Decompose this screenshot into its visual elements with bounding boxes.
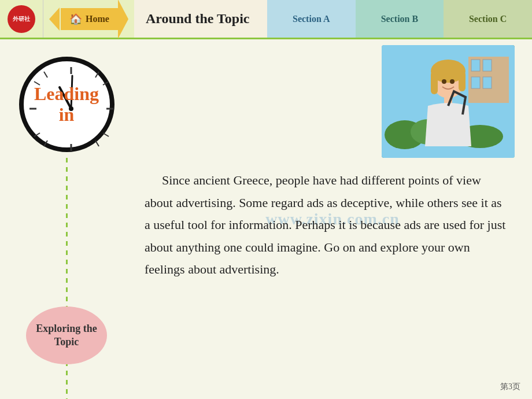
tab-a-label: Section A <box>293 14 330 24</box>
photo-svg <box>382 45 515 158</box>
main-text: Since ancient Greece, people have had di… <box>145 169 509 281</box>
clock: Leading in <box>19 57 114 152</box>
home-arrow-right-icon <box>118 0 128 39</box>
page-number: 第3页 <box>500 382 520 392</box>
clock-text: Leading in <box>34 84 99 124</box>
svg-line-4 <box>95 72 99 77</box>
svg-rect-20 <box>483 77 492 88</box>
tab-c-label: Section C <box>469 14 507 24</box>
home-nav: 🏠 Home <box>43 0 134 38</box>
nav-title: Around the Topic <box>134 0 267 38</box>
svg-line-6 <box>103 133 109 136</box>
home-arrow-left-icon <box>49 8 60 31</box>
exploring-bubble[interactable]: Exploring the Topic <box>26 306 107 364</box>
tab-section-b[interactable]: Section B <box>356 0 444 38</box>
header: 外研社 🏠 Home Around the Topic Section A Se… <box>0 0 532 39</box>
nav-title-text: Around the Topic <box>146 11 250 27</box>
logo-area: 外研社 <box>0 0 43 38</box>
svg-rect-19 <box>471 77 480 88</box>
clock-text-line2: in <box>34 105 99 125</box>
body-paragraph: Since ancient Greece, people have had di… <box>145 169 509 281</box>
house-icon: 🏠 <box>69 13 82 25</box>
svg-point-30 <box>450 79 455 84</box>
exploring-label: Exploring the Topic <box>26 322 107 349</box>
main-content: Leading in Exploring the Topic <box>0 39 532 399</box>
nav-tabs: Section A Section B Section C <box>267 0 532 38</box>
svg-line-10 <box>34 133 40 136</box>
logo-text: 外研社 <box>13 16 30 23</box>
home-button[interactable]: 🏠 Home <box>61 8 118 30</box>
svg-point-29 <box>442 79 446 84</box>
tab-b-label: Section B <box>381 14 418 24</box>
home-label: Home <box>86 14 109 24</box>
svg-rect-17 <box>471 60 480 71</box>
svg-line-7 <box>95 141 99 146</box>
svg-line-8 <box>44 72 47 77</box>
svg-rect-27 <box>459 71 466 91</box>
right-content: www.zixin.com.cn Since ancient Greece, p… <box>133 39 532 399</box>
logo: 外研社 <box>8 5 35 33</box>
clock-text-line1: Leading <box>34 84 99 104</box>
tab-section-a[interactable]: Section A <box>267 0 356 38</box>
tab-section-c[interactable]: Section C <box>444 0 532 38</box>
svg-rect-26 <box>431 71 438 94</box>
svg-rect-18 <box>483 60 492 71</box>
photo-area <box>382 45 515 158</box>
svg-line-11 <box>44 141 47 146</box>
left-sidebar: Leading in Exploring the Topic <box>0 39 133 399</box>
svg-line-5 <box>103 82 109 85</box>
